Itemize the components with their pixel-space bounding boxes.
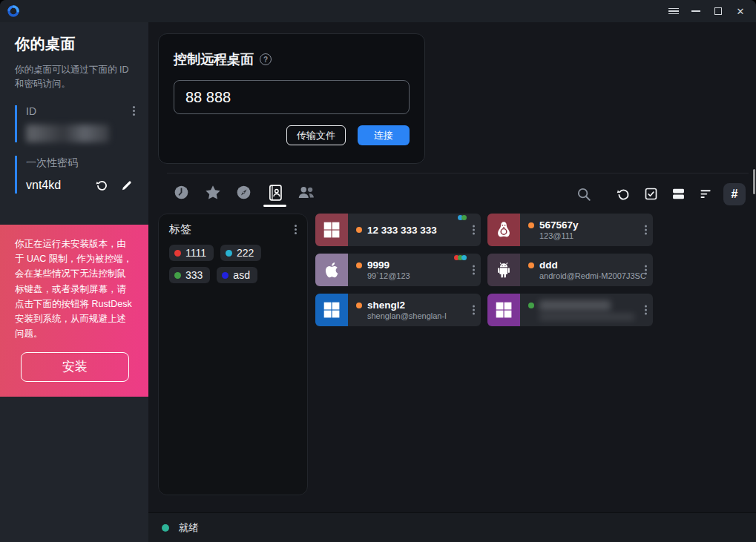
os-tile <box>315 294 348 326</box>
peer-address-redacted <box>539 314 634 320</box>
search-button[interactable] <box>574 185 594 204</box>
peer-address: 99`12@123 <box>356 271 481 280</box>
minimize-button[interactable] <box>685 1 707 21</box>
active-tab-underline <box>263 205 286 207</box>
titlebar: ✕ <box>0 0 756 22</box>
tag-label: 333 <box>185 269 203 281</box>
tag-color-dot <box>222 272 229 279</box>
sidebar: 你的桌面 你的桌面可以通过下面的 ID 和密码访问。 ID 一次性密码 vnt4… <box>0 22 148 542</box>
peer-card[interactable]: ddd android@Redmi-M2007J3SC <box>487 254 653 286</box>
compass-icon <box>235 184 252 201</box>
peer-menu-icon[interactable] <box>473 265 475 275</box>
tag-label: asd <box>233 269 250 281</box>
tag-chip[interactable]: 1111 <box>169 245 214 261</box>
peer-menu-icon[interactable] <box>473 305 475 315</box>
peer-address: 123@111 <box>528 231 653 240</box>
tags-title: 标签 <box>169 222 191 237</box>
tags-panel: 标签 1111 222 3 <box>158 214 308 495</box>
one-time-password-block: 一次性密码 vnt4kd <box>15 156 135 194</box>
star-icon <box>204 184 222 202</box>
maximize-button[interactable] <box>707 1 729 21</box>
clock-icon <box>173 184 190 201</box>
os-tile <box>315 214 348 246</box>
device-id-block: ID <box>15 105 135 142</box>
address-book-icon <box>267 184 283 202</box>
close-button[interactable]: ✕ <box>729 1 752 21</box>
peer-card[interactable]: 567567y 123@111 <box>487 214 653 246</box>
search-icon <box>576 186 592 202</box>
window-menu-button[interactable] <box>663 1 685 21</box>
transfer-file-button[interactable]: 传输文件 <box>286 125 346 145</box>
remote-id-input[interactable] <box>174 80 410 114</box>
peer-card[interactable]: 12 333 333 333 <box>315 214 481 246</box>
toolbar-actions: # <box>574 183 746 205</box>
statusbar: 就绪 <box>148 512 756 542</box>
tag-chip[interactable]: 333 <box>169 267 210 283</box>
id-label: ID <box>26 105 36 117</box>
windows-logo-icon <box>322 300 341 320</box>
linux-logo-icon <box>494 220 513 239</box>
tag-color-dot <box>226 250 232 257</box>
peer-name: 12 333 333 333 <box>367 225 437 236</box>
connect-button[interactable]: 连接 <box>358 125 410 145</box>
tag-chip[interactable]: asd <box>217 267 257 283</box>
os-tile <box>487 214 520 246</box>
status-dot <box>356 227 362 233</box>
tag-grid-view-button[interactable]: # <box>723 183 746 205</box>
windows-logo-icon <box>322 220 341 239</box>
install-button[interactable]: 安装 <box>21 352 129 382</box>
peer-name: shengl2 <box>367 300 405 311</box>
regenerate-password-button[interactable] <box>93 177 110 194</box>
refresh-icon <box>95 178 109 192</box>
minimize-icon <box>691 10 700 12</box>
tag-label: 1111 <box>185 247 206 259</box>
tab-discovered[interactable] <box>234 182 253 207</box>
connection-status-dot <box>162 524 169 532</box>
hash-icon: # <box>732 188 738 201</box>
tab-recent-sessions[interactable] <box>172 182 191 207</box>
peer-menu-icon[interactable] <box>645 225 647 235</box>
rustdesk-logo-icon <box>7 4 20 18</box>
tab-favorites[interactable] <box>203 182 222 207</box>
password-label: 一次性密码 <box>26 156 78 168</box>
edit-password-button[interactable] <box>119 177 135 194</box>
peer-card[interactable]: shengl2 shenglan@shenglan-l <box>315 294 481 326</box>
help-icon[interactable]: ? <box>260 53 272 65</box>
apple-logo-icon <box>323 261 341 280</box>
os-tile <box>315 254 348 286</box>
refresh-peers-button[interactable] <box>614 185 633 204</box>
sort-icon <box>698 186 714 202</box>
peer-card[interactable] <box>487 294 653 326</box>
cards-view-button[interactable] <box>668 185 688 204</box>
peer-menu-icon[interactable] <box>645 265 647 275</box>
tags-menu-icon[interactable] <box>295 225 297 234</box>
status-dot <box>356 262 362 268</box>
hamburger-menu-icon <box>668 7 679 16</box>
uac-warning-banner: 你正在运行未安装版本，由于 UAC 限制，作为被控端，会在某些情况下无法控制鼠标… <box>0 225 148 397</box>
rustdesk-window: ✕ 你的桌面 你的桌面可以通过下面的 ID 和密码访问。 ID 一次性密码 <box>0 0 756 542</box>
refresh-icon <box>616 186 631 202</box>
sort-button[interactable] <box>696 185 715 204</box>
peer-card[interactable]: 9999 99`12@123 <box>315 254 481 286</box>
peer-menu-icon[interactable] <box>645 305 647 315</box>
remote-control-card: 控制远程桌面 ? 传输文件 连接 <box>158 33 425 164</box>
password-value: vnt4kd <box>26 179 85 192</box>
checkbox-icon <box>643 186 659 202</box>
peers-content: 标签 1111 222 3 <box>148 209 756 512</box>
group-peers-icon <box>297 184 316 201</box>
id-menu-icon[interactable] <box>133 106 135 116</box>
maximize-icon <box>714 7 722 15</box>
select-peers-button[interactable] <box>641 185 660 204</box>
tab-group[interactable] <box>297 182 315 207</box>
scrollbar[interactable] <box>753 169 755 194</box>
status-dot <box>528 262 534 268</box>
status-dot <box>528 303 534 308</box>
tab-address-book[interactable] <box>266 182 284 207</box>
peer-menu-icon[interactable] <box>473 225 475 235</box>
device-id-value-redacted <box>26 125 109 142</box>
tag-chip[interactable]: 222 <box>220 245 261 261</box>
uac-warning-text: 你正在运行未安装版本，由于 UAC 限制，作为被控端，会在某些情况下无法控制鼠标… <box>15 237 135 342</box>
tag-color-dot <box>174 272 181 279</box>
close-icon: ✕ <box>737 6 745 17</box>
peer-tag-dots <box>459 215 467 220</box>
